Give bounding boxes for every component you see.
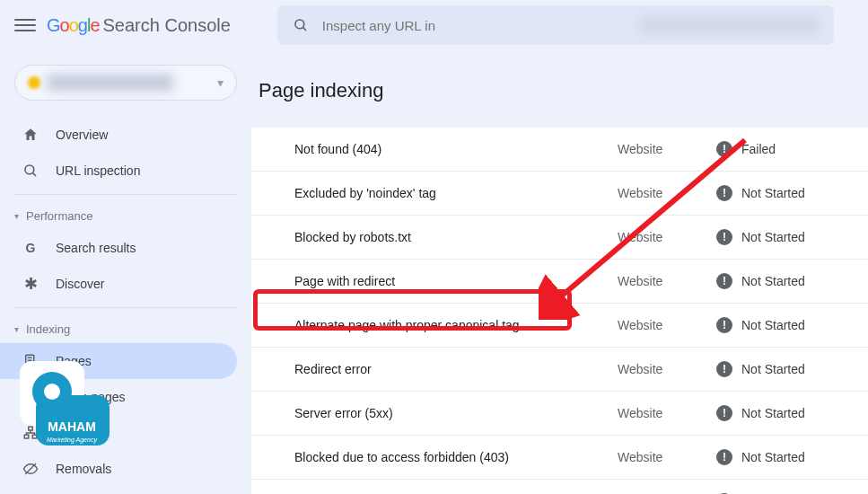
table-row[interactable]: Excluded by 'noindex' tagWebsite!Not Sta… [251,172,868,216]
reason-cell: Not found (404) [294,142,618,156]
table-row[interactable]: Blocked by robots.txtWebsite!Not Started [251,216,868,260]
status-text: Not Started [741,230,805,244]
status-cell: !Failed [716,141,776,157]
status-cell: !Not Started [716,273,805,289]
table-row[interactable]: Alternate page with proper canonical tag… [251,304,868,348]
discover-icon: ✱ [22,275,39,293]
reason-cell: Page with redirect [294,274,618,288]
sidebar-item-label: Discover [56,277,104,291]
status-cell: !Not Started [716,317,805,333]
search-icon [292,16,310,34]
source-cell: Website [618,450,716,464]
table-row[interactable]: Redirect errorWebsite!Not Started [251,348,868,392]
status-text: Not Started [741,450,805,464]
sidebar-item-label: Search results [56,241,136,255]
url-inspect-search[interactable] [277,5,834,45]
product-logo: Google Search Console [47,15,231,36]
status-icon: ! [716,449,732,465]
google-logo: Google [47,15,100,36]
source-cell: Website [618,186,716,200]
status-text: Not Started [741,186,805,200]
indexing-reasons-table: Not found (404)Website!FailedExcluded by… [251,128,868,494]
sidebar-item-label: Overview [56,128,108,142]
table-row[interactable]: Page with redirectWebsite!Not Started [251,260,868,304]
status-text: Not Started [741,318,805,332]
status-cell: !Not Started [716,185,805,201]
sidebar-item-discover[interactable]: ✱ Discover [0,266,237,302]
svg-text:Marketing Agency: Marketing Agency [47,437,97,444]
status-text: Not Started [741,406,805,420]
status-icon: ! [716,141,732,157]
source-cell: Website [618,318,716,332]
main-content: Page indexing Not found (404)Website!Fai… [251,50,868,494]
svg-line-1 [302,27,306,31]
status-icon: ! [716,405,732,421]
status-icon: ! [716,229,732,245]
g-icon: G [22,239,39,257]
status-icon: ! [716,361,732,377]
status-cell: !Not Started [716,449,805,465]
redacted-domain [640,17,820,33]
status-cell: !Not Started [716,361,805,377]
watermark-logo: MAHAM Marketing Agency [20,361,110,451]
source-cell: Website [618,230,716,244]
sidebar-item-label: Removals [56,462,111,476]
home-icon [22,126,39,144]
reason-cell: Redirect error [294,362,618,376]
status-cell: !Not Started [716,229,805,245]
svg-text:MAHAM: MAHAM [48,419,96,434]
reason-cell: Server error (5xx) [294,406,618,420]
table-row[interactable]: Duplicate without user-selected canonica… [251,480,868,494]
sidebar-item-label: URL inspection [56,163,140,178]
url-inspect-input[interactable] [322,18,627,33]
redacted-property [48,75,173,91]
section-title: Performance [26,209,92,223]
chevron-down-icon: ▾ [217,75,224,90]
svg-point-2 [25,165,34,174]
status-icon: ! [716,273,732,289]
source-cell: Website [618,274,716,288]
search-icon [22,162,39,180]
sidebar-item-overview[interactable]: Overview [0,117,237,153]
caret-icon: ▾ [14,324,19,334]
reason-cell: Blocked by robots.txt [294,230,618,244]
page-title: Page indexing [259,72,868,128]
reason-cell: Alternate page with proper canonical tag [294,318,618,332]
section-title: Indexing [26,322,70,336]
sidebar-item-url-inspection[interactable]: URL inspection [0,153,237,189]
svg-point-0 [295,20,304,29]
source-cell: Website [618,142,716,156]
status-text: Not Started [741,362,805,376]
property-selector[interactable]: ▾ [14,65,237,101]
sidebar-item-search-results[interactable]: G Search results [0,230,237,266]
reason-cell: Excluded by 'noindex' tag [294,186,618,200]
svg-line-3 [32,172,36,176]
table-row[interactable]: Server error (5xx)Website!Not Started [251,392,868,436]
removals-icon [22,460,39,478]
status-icon: ! [716,185,732,201]
table-row[interactable]: Blocked due to access forbidden (403)Web… [251,436,868,480]
status-icon: ! [716,317,732,333]
reason-cell: Blocked due to access forbidden (403) [294,450,618,464]
caret-icon: ▾ [14,211,19,221]
table-row[interactable]: Not found (404)Website!Failed [251,128,868,172]
product-name: Search Console [103,15,231,36]
source-cell: Website [618,406,716,420]
source-cell: Website [618,362,716,376]
hamburger-menu[interactable] [14,14,36,36]
sidebar-item-removals[interactable]: Removals [0,451,237,487]
status-text: Failed [741,142,776,156]
status-cell: !Not Started [716,405,805,421]
section-performance[interactable]: ▾ Performance [0,200,251,230]
status-text: Not Started [741,274,805,288]
section-indexing[interactable]: ▾ Indexing [0,313,251,343]
svg-point-16 [44,384,60,400]
